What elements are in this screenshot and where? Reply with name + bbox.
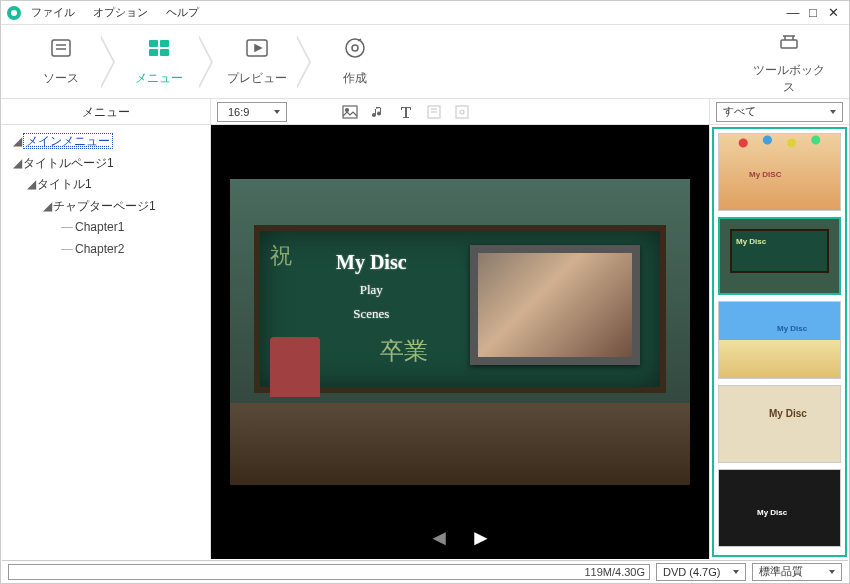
template-item[interactable]: My Disc <box>718 469 841 547</box>
quality-select[interactable]: 標準品質 <box>752 563 842 581</box>
svg-point-18 <box>460 110 464 114</box>
next-arrow-icon[interactable]: ► <box>470 525 492 551</box>
menu-icon <box>119 36 199 66</box>
tree-root[interactable]: ◢メインメニュー <box>7 131 204 153</box>
svg-rect-12 <box>343 106 357 118</box>
toolbox-icon <box>749 28 829 58</box>
svg-rect-0 <box>52 40 70 56</box>
menu-option[interactable]: オプション <box>93 5 148 20</box>
svg-rect-11 <box>781 40 797 48</box>
aspect-ratio-select[interactable]: 16:9 <box>217 102 287 122</box>
titlebar: ファイル オプション ヘルプ — □ ✕ <box>1 1 849 25</box>
chalk-decoration: 祝 <box>270 241 292 271</box>
template-filter: すべて <box>710 99 849 125</box>
step-label: ツールボックス <box>753 63 825 94</box>
chevron-icon <box>297 35 315 89</box>
play-button-text[interactable]: Play <box>336 282 407 298</box>
bottom-bar: 119M/4.30G DVD (4.7G) 標準品質 <box>2 560 848 582</box>
customize-tool-icon <box>451 101 473 123</box>
template-item[interactable]: My Disc <box>718 385 841 463</box>
step-label: プレビュー <box>227 71 287 85</box>
template-panel: すべて My DISC My Disc My Disc My Disc My D… <box>709 99 849 559</box>
sidebar: メニュー ◢メインメニュー ◢タイトルページ1 ◢タイトル1 ◢チャプターページ… <box>1 99 211 559</box>
main-area: メニュー ◢メインメニュー ◢タイトルページ1 ◢タイトル1 ◢チャプターページ… <box>1 99 849 559</box>
svg-marker-8 <box>255 45 261 51</box>
step-source[interactable]: ソース <box>21 36 101 87</box>
menu-tree: ◢メインメニュー ◢タイトルページ1 ◢タイトル1 ◢チャプターページ1 Cha… <box>1 125 210 267</box>
preview-icon <box>217 36 297 66</box>
decoration-scroll <box>270 337 320 397</box>
music-tool-icon[interactable] <box>367 101 389 123</box>
tree-chapter-page[interactable]: ◢チャプターページ1 <box>7 196 204 218</box>
step-nav: ソース メニュー プレビュー 作成 ツールボックス <box>1 25 849 99</box>
step-preview[interactable]: プレビュー <box>217 36 297 87</box>
svg-rect-5 <box>149 49 158 56</box>
preview-nav: ◄ ► <box>428 525 492 551</box>
step-toolbox[interactable]: ツールボックス <box>749 28 829 96</box>
template-item[interactable]: My DISC <box>718 133 841 211</box>
video-thumbnail-frame[interactable] <box>470 245 640 365</box>
caret-down-icon <box>830 110 836 114</box>
chevron-icon <box>101 35 119 89</box>
chalk-kanji: 卒業 <box>380 335 428 367</box>
chalkboard-bg: 祝 My Disc Play Scenes 卒業 <box>254 225 666 393</box>
menu-help[interactable]: ヘルプ <box>166 5 199 20</box>
image-tool-icon[interactable] <box>339 101 361 123</box>
tree-title[interactable]: ◢タイトル1 <box>7 174 204 196</box>
step-create[interactable]: 作成 <box>315 36 395 87</box>
prev-arrow-icon[interactable]: ◄ <box>428 525 450 551</box>
disc-title[interactable]: My Disc <box>336 251 407 274</box>
maximize-button[interactable]: □ <box>803 5 823 20</box>
center-panel: 16:9 祝 My Disc Play Scenes 卒業 <box>211 99 709 559</box>
tree-chapter2[interactable]: Chapter2 <box>7 239 204 261</box>
disc-type-select[interactable]: DVD (4.7G) <box>656 563 746 581</box>
menu-preview[interactable]: 祝 My Disc Play Scenes 卒業 <box>230 179 690 485</box>
menu-file[interactable]: ファイル <box>31 5 75 20</box>
template-item[interactable]: My Disc <box>718 217 841 295</box>
app-logo <box>7 6 21 20</box>
editor-toolbar: 16:9 <box>211 99 709 125</box>
svg-point-9 <box>346 39 364 57</box>
svg-rect-17 <box>456 106 468 118</box>
tree-title-page[interactable]: ◢タイトルページ1 <box>7 153 204 175</box>
step-label: 作成 <box>343 71 367 85</box>
step-label: ソース <box>43 71 79 85</box>
svg-rect-3 <box>149 40 158 47</box>
source-icon <box>21 36 101 66</box>
svg-point-10 <box>352 45 358 51</box>
template-item[interactable]: My Disc <box>718 301 841 379</box>
create-icon <box>315 36 395 66</box>
svg-rect-4 <box>160 40 169 47</box>
svg-point-13 <box>346 108 349 111</box>
chevron-icon <box>199 35 217 89</box>
disc-usage-bar: 119M/4.30G <box>8 564 650 580</box>
minimize-button[interactable]: — <box>783 5 803 20</box>
svg-rect-6 <box>160 49 169 56</box>
disc-usage-label: 119M/4.30G <box>584 565 645 579</box>
close-button[interactable]: ✕ <box>823 5 843 20</box>
caret-down-icon <box>274 110 280 114</box>
menu-text: My Disc Play Scenes <box>336 251 407 322</box>
text-tool-icon[interactable] <box>395 101 417 123</box>
sidebar-header: メニュー <box>1 99 210 125</box>
step-menu[interactable]: メニュー <box>119 36 199 87</box>
scenes-button-text[interactable]: Scenes <box>336 306 407 322</box>
chapter-tool-icon <box>423 101 445 123</box>
caret-down-icon <box>733 570 739 574</box>
template-list[interactable]: My DISC My Disc My Disc My Disc My Disc <box>712 127 847 557</box>
caret-down-icon <box>829 570 835 574</box>
step-label: メニュー <box>135 71 183 85</box>
template-category-select[interactable]: すべて <box>716 102 843 122</box>
tree-chapter1[interactable]: Chapter1 <box>7 217 204 239</box>
desks-bg <box>230 403 690 485</box>
preview-area: 祝 My Disc Play Scenes 卒業 ◄ ► <box>211 125 709 559</box>
